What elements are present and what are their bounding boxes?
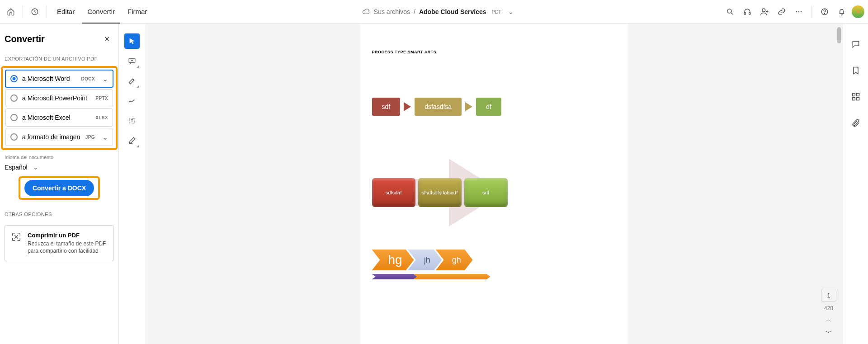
export-option-excel[interactable]: a Microsoft Excel XLSX: [5, 108, 113, 127]
right-rail: [843, 24, 868, 344]
page-number-input[interactable]: 1: [821, 289, 836, 302]
svg-rect-15: [856, 98, 859, 100]
highlight-tool-icon[interactable]: [124, 73, 140, 89]
export-option-word[interactable]: a Microsoft Word DOCX ⌄: [5, 70, 113, 88]
comments-panel-icon[interactable]: [849, 37, 863, 52]
svg-point-7: [801, 11, 802, 12]
home-icon[interactable]: [4, 5, 18, 19]
bookmarks-panel-icon[interactable]: [849, 63, 863, 78]
svg-point-1: [727, 9, 731, 13]
tab-sign[interactable]: Firmar: [122, 0, 152, 24]
smartart-arrow-process: sdfsdaf sfsdfsdfsdafsadf sdf: [372, 156, 616, 229]
select-tool-icon[interactable]: [124, 33, 140, 49]
panel-title: Convertir: [5, 34, 45, 44]
smartart-chevron-small: [372, 274, 616, 279]
avatar[interactable]: [852, 5, 864, 18]
tab-edit[interactable]: Editar: [52, 0, 80, 24]
export-options-highlight: a Microsoft Word DOCX ⌄ a Microsoft Powe…: [1, 66, 118, 150]
compress-card[interactable]: Comprimir un PDF Reduzca el tamaño de es…: [5, 225, 114, 261]
arrow-right-icon: [465, 102, 472, 111]
compress-icon: [11, 232, 21, 254]
language-label: Idioma del documento: [5, 155, 115, 160]
radio-word[interactable]: [10, 75, 18, 82]
export-section-label: EXPORTACIÓN DE UN ARCHIVO PDF: [4, 53, 115, 66]
headphones-icon[interactable]: [740, 5, 755, 19]
convert-button[interactable]: Convertir a DOCX: [24, 180, 94, 196]
tool-strip: [119, 24, 145, 344]
file-dropdown-icon[interactable]: ⌄: [508, 8, 514, 15]
close-panel-icon[interactable]: ✕: [99, 32, 114, 46]
language-select[interactable]: Español ⌄: [4, 162, 115, 173]
top-bar: Editar Convertir Firmar Sus archivos / A…: [0, 0, 868, 24]
chevron-down-icon[interactable]: ⌄: [102, 75, 108, 83]
svg-rect-2: [744, 12, 745, 14]
svg-point-6: [798, 11, 799, 12]
crumb-filename[interactable]: Adobe Cloud Services: [419, 8, 486, 15]
svg-point-9: [824, 13, 825, 14]
doc-heading: PROCESS TYPE SMART ARTS: [372, 50, 616, 54]
share-people-icon[interactable]: [757, 5, 772, 19]
svg-rect-12: [852, 94, 855, 96]
export-option-image[interactable]: a formato de imagen JPG ⌄: [5, 128, 113, 146]
erase-tool-icon[interactable]: [124, 133, 140, 148]
svg-rect-14: [852, 98, 855, 100]
smartart-basic-process: sdf dsfasdfsa df: [372, 98, 616, 116]
convert-panel: Convertir ✕ EXPORTACIÓN DE UN ARCHIVO PD…: [0, 24, 119, 344]
comment-tool-icon[interactable]: [124, 53, 140, 69]
draw-tool-icon[interactable]: [124, 93, 140, 108]
text-tool-icon[interactable]: [124, 113, 140, 128]
file-type-badge: PDF: [492, 9, 502, 14]
attachments-panel-icon[interactable]: [849, 116, 863, 130]
page-up-icon[interactable]: ︿: [825, 315, 832, 325]
other-options-label: OTRAS OPCIONES: [4, 209, 115, 221]
arrow-right-icon: [404, 102, 411, 111]
cta-highlight: Convertir a DOCX: [19, 176, 100, 200]
svg-point-4: [762, 9, 765, 12]
svg-rect-13: [856, 94, 859, 96]
smartart-chevron-process: hg jh gh: [372, 250, 616, 270]
radio-image[interactable]: [10, 133, 18, 141]
svg-rect-3: [749, 12, 750, 14]
page-canvas: PROCESS TYPE SMART ARTS sdf dsfasdfsa df…: [360, 24, 628, 344]
scrollbar-thumb[interactable]: [837, 27, 841, 43]
chevron-down-icon[interactable]: ⌄: [102, 133, 108, 141]
svg-point-5: [796, 11, 797, 12]
cloud-icon: [362, 8, 370, 16]
compress-desc: Reduzca el tamaño de este PDF para compa…: [28, 240, 107, 254]
crumb-yourfiles[interactable]: Sus archivos: [374, 8, 410, 15]
export-option-powerpoint[interactable]: a Microsoft PowerPoint PPTX: [5, 89, 113, 107]
link-icon[interactable]: [774, 5, 789, 19]
thumbnails-panel-icon[interactable]: [849, 90, 863, 104]
document-viewport[interactable]: PROCESS TYPE SMART ARTS sdf dsfasdfsa df…: [145, 24, 843, 344]
breadcrumb: Sus archivos / Adobe Cloud Services PDF …: [152, 8, 723, 16]
page-down-icon[interactable]: ﹀: [825, 328, 832, 338]
page-total: 428: [824, 305, 833, 311]
page-navigator: 1 428 ︿ ﹀: [821, 289, 836, 338]
radio-ppt[interactable]: [10, 94, 18, 102]
help-icon[interactable]: [817, 5, 832, 19]
radio-excel[interactable]: [10, 114, 18, 121]
search-icon[interactable]: [723, 5, 737, 19]
recent-icon[interactable]: [28, 5, 42, 19]
chevron-down-icon: ⌄: [33, 164, 38, 171]
more-icon[interactable]: [792, 5, 806, 19]
tab-convert[interactable]: Convertir: [82, 0, 120, 24]
bell-icon[interactable]: [835, 5, 849, 19]
compress-title: Comprimir un PDF: [28, 232, 107, 239]
